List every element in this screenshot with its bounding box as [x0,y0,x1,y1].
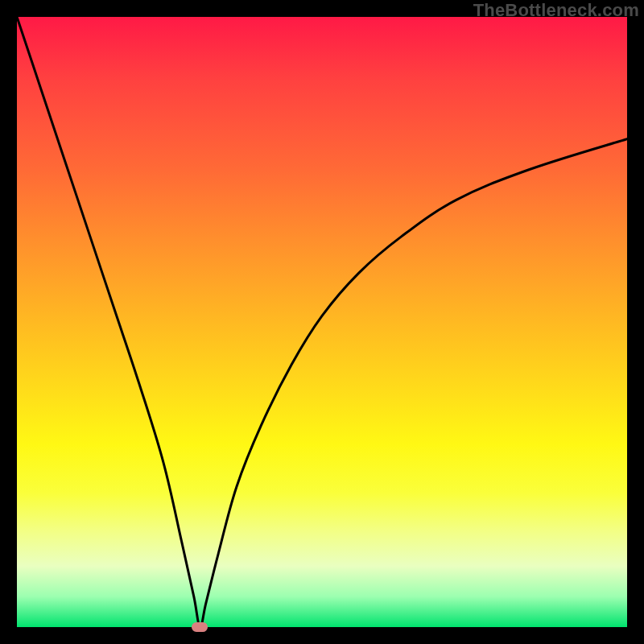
watermark-text: TheBottleneck.com [473,0,639,21]
minimum-marker [192,622,208,632]
bottleneck-curve [17,17,627,627]
chart-frame [17,17,627,627]
